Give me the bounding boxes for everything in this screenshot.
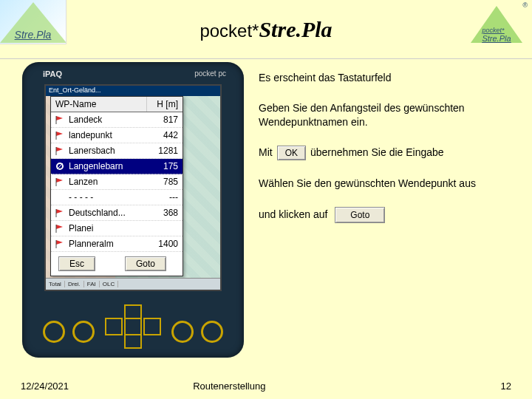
footer-page: 12 [501,381,511,392]
hw-button-1[interactable] [43,321,65,343]
waypoint-name: landepunkt [69,130,150,140]
goto-button[interactable]: Goto [125,256,166,271]
esc-button[interactable]: Esc [58,256,95,271]
waypoint-icon [54,145,66,157]
waypoint-window: WP-Name H [m] Landeck817landepunkt442Lan… [50,96,183,276]
waypoint-height: 175 [150,161,183,171]
svg-marker-14 [56,240,63,245]
table-row[interactable]: Planei [51,221,183,236]
table-row[interactable]: Lanzen785 [51,174,183,190]
pda-device: iPAQ pocket pc Ent_Ort-Geländ... WP-Name… [22,62,244,358]
waypoint-name: Deutschland... [69,208,150,218]
col-name: WP-Name [51,97,147,112]
waypoint-height: 442 [150,130,183,140]
waypoint-name: Planei [69,223,150,233]
waypoint-icon [54,129,66,141]
table-row[interactable]: Lanersbach1281 [51,143,183,159]
waypoint-icon [54,160,66,172]
waypoint-name: Lanersbach [69,146,150,156]
tab-item[interactable]: FAI [84,281,100,287]
waypoint-height: 1281 [150,146,183,156]
table-row[interactable]: Planneralm1400 [51,236,183,252]
device-screen: Ent_Ort-Geländ... WP-Name H [m] Landeck8… [44,84,222,291]
hw-button-4[interactable] [201,321,223,343]
tab-item[interactable]: OLC [100,281,118,287]
svg-marker-4 [56,147,63,151]
screen-tabbar: Total Drei. FAI OLC [46,278,220,290]
svg-marker-12 [56,225,63,229]
screen-titlebar: Ent_Ort-Geländ... [46,86,220,96]
table-row[interactable]: landepunkt442 [51,128,183,143]
hw-button-2[interactable] [72,321,95,343]
table-row[interactable]: Landeck817 [51,112,183,128]
waypoint-icon [54,191,66,203]
title-prefix: pocket* [200,21,259,41]
waypoint-height: 1400 [150,239,183,249]
instructions: Es erscheint das Tastaturfeld Geben Sie … [259,59,532,358]
hardware-controls [22,300,244,352]
waypoint-icon [54,114,66,126]
table-row[interactable]: Deutschland...368 [51,205,183,221]
hw-button-3[interactable] [171,321,194,343]
dpad-right[interactable] [143,318,161,335]
waypoint-height: --- [150,192,183,202]
trademark-icon: ® [522,1,528,9]
dpad [103,304,163,349]
logo-left: Stre.Pla [0,0,66,44]
svg-marker-10 [56,209,63,214]
tab-item[interactable]: Total [46,281,65,287]
waypoint-height: 368 [150,208,183,218]
svg-marker-0 [56,116,63,120]
waypoint-name: Planneralm [69,239,150,249]
tab-item[interactable]: Drei. [65,281,84,287]
device-platform: pocket pc [194,69,226,78]
svg-marker-2 [56,132,63,136]
instruction-1: Es erscheint das Tastaturfeld [259,71,519,85]
slide-footer: 12/24/2021 Routenerstellung 12 [0,381,532,392]
waypoint-name: - - - - - [69,192,150,202]
svg-marker-8 [56,178,63,183]
ok-button-inline[interactable]: OK [277,146,306,160]
waypoint-icon [54,238,66,250]
dpad-left[interactable] [105,318,123,335]
logo-right-text: pocket* Stre.Pla [482,25,511,47]
footer-date: 12/24/2021 [21,381,69,392]
waypoint-icon [54,222,66,234]
instruction-5: und klicken auf Goto [259,207,519,223]
waypoint-name: Landeck [69,115,150,125]
waypoint-icon [54,176,66,188]
waypoint-header: WP-Name H [m] [51,97,183,112]
col-height: H [m] [147,97,183,112]
device-brand: iPAQ [43,69,62,78]
table-row[interactable]: Langenlebarn175 [51,159,183,174]
logo-left-text: Stre.Pla [15,29,52,44]
slide-header: Stre.Pla pocket*Stre.Pla ® pocket* Stre.… [0,0,532,59]
title-main: Stre.Pla [259,17,332,41]
dpad-center[interactable] [124,318,142,335]
instruction-3: Mit OK übernehmen Sie die Eingabe [259,146,519,160]
instruction-4: Wählen Sie den gewünschten Wendepunkt au… [259,177,519,191]
instruction-2: Geben Sie den Anfangsteil des gewünschte… [259,101,519,129]
footer-section: Routenerstellung [193,381,265,392]
waypoint-name: Langenlebarn [69,161,150,171]
goto-button-inline[interactable]: Goto [335,207,385,223]
slide-title: pocket*Stre.Pla [200,17,332,42]
waypoint-height: 817 [150,115,183,125]
waypoint-icon [54,207,66,219]
logo-right: ® pocket* Stre.Pla [467,3,526,47]
waypoint-height: 785 [150,177,183,187]
table-row[interactable]: - - - - ---- [51,190,183,205]
waypoint-name: Lanzen [69,177,150,187]
